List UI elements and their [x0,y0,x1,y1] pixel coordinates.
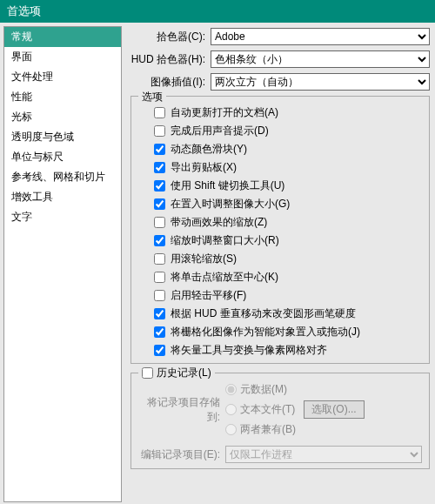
sidebar-item-plugins[interactable]: 增效工具 [4,187,121,207]
sidebar-item-units[interactable]: 单位与标尺 [4,147,121,167]
sidebar-item-general[interactable]: 常规 [4,27,121,47]
chk-shift-tool-label: 使用 Shift 键切换工具(U) [171,178,284,193]
chk-auto-update[interactable] [154,107,165,118]
interpolation-select[interactable]: 两次立方（自动） [211,73,430,91]
chk-zoom-resize[interactable] [154,235,165,246]
edit-log-label: 编辑记录项目(E): [138,447,225,462]
chk-zoom-resize-label: 缩放时调整窗口大小(R) [171,233,279,248]
chk-snap-vector-label: 将矢量工具与变换与像素网格对齐 [171,343,327,358]
chk-resize-place[interactable] [154,198,165,210]
history-legend: 历史记录(L) [157,366,211,380]
radio-metadata-label: 元数据(M) [240,382,287,397]
chk-dynamic-sliders[interactable] [154,144,165,155]
sidebar-item-interface[interactable]: 界面 [4,47,121,67]
color-picker-select[interactable]: Adobe [211,28,430,45]
window-title: 首选项 [0,0,435,23]
chk-raster-smart-label: 将栅格化图像作为智能对象置入或拖动(J) [171,325,360,339]
sidebar-item-guides[interactable]: 参考线、网格和切片 [4,167,121,187]
history-group: 历史记录(L) 将记录项目存储到: 元数据(M) 文本文件(T) 选取(O)..… [130,373,430,469]
radio-textfile[interactable] [225,404,237,415]
chk-scroll-zoom-label: 用滚轮缩放(S) [171,252,237,266]
edit-log-select[interactable]: 仅限工作进程 [225,446,422,463]
chk-hud-brush-label: 根据 HUD 垂直移动来改变圆形画笔硬度 [171,306,356,321]
chk-auto-update-label: 自动更新打开的文档(A) [171,105,278,120]
sidebar-item-file-handling[interactable]: 文件处理 [4,67,121,87]
color-picker-label: 拾色器(C): [130,30,211,44]
chk-dynamic-sliders-label: 动态颜色滑块(Y) [171,142,247,157]
radio-both-label: 两者兼有(B) [240,422,296,437]
options-legend: 选项 [138,90,166,104]
chk-hud-brush[interactable] [154,308,165,319]
chk-flick-pan[interactable] [154,290,165,301]
radio-both[interactable] [225,424,237,435]
radio-textfile-label: 文本文件(T) [240,402,295,417]
chk-export-clipboard[interactable] [154,162,165,173]
chk-shift-tool[interactable] [154,180,165,192]
chk-snap-vector[interactable] [154,345,165,356]
interpolation-label: 图像插值(I): [130,75,211,90]
chk-resize-place-label: 在置入时调整图像大小(G) [171,197,290,212]
chk-click-center-label: 将单击点缩放至中心(K) [171,270,278,285]
chk-click-center[interactable] [154,272,165,283]
choose-button[interactable]: 选取(O)... [304,400,364,419]
sidebar-item-cursors[interactable]: 光标 [4,107,121,127]
chk-animated-zoom[interactable] [154,217,165,228]
chk-history-log[interactable] [142,367,153,379]
sidebar-item-performance[interactable]: 性能 [4,87,121,107]
chk-beep-label: 完成后用声音提示(D) [171,124,269,138]
radio-metadata[interactable] [225,384,237,395]
history-save-label: 将记录项目存储到: [138,395,225,425]
hud-picker-label: HUD 拾色器(H): [130,52,211,67]
chk-scroll-zoom[interactable] [154,253,165,265]
chk-export-clipboard-label: 导出剪贴板(X) [171,160,237,175]
hud-picker-select[interactable]: 色相条纹（小） [211,50,430,68]
main-panel: 拾色器(C): Adobe HUD 拾色器(H): 色相条纹（小） 图像插值(I… [122,23,435,504]
chk-flick-pan-label: 启用轻击平移(F) [171,288,246,303]
chk-animated-zoom-label: 带动画效果的缩放(Z) [171,215,267,230]
options-group: 选项 自动更新打开的文档(A) 完成后用声音提示(D) 动态颜色滑块(Y) 导出… [130,96,430,364]
sidebar-item-type[interactable]: 文字 [4,207,121,227]
sidebar-item-transparency[interactable]: 透明度与色域 [4,127,121,147]
category-sidebar: 常规 界面 文件处理 性能 光标 透明度与色域 单位与标尺 参考线、网格和切片 … [3,26,122,502]
chk-beep[interactable] [154,125,165,137]
chk-raster-smart[interactable] [154,326,165,338]
